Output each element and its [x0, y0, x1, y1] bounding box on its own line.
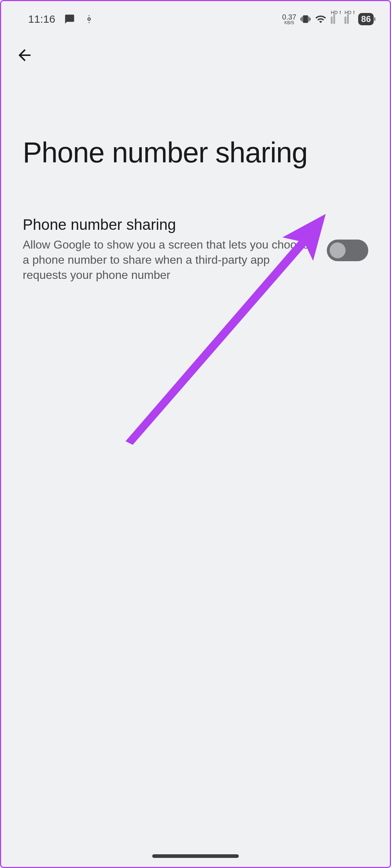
status-bar: 11:16 0.37 KB/S HD ! HD ! 86 — [1, 1, 390, 30]
navigation-bar[interactable] — [152, 854, 239, 858]
status-bar-left: 11:16 — [28, 13, 94, 25]
status-bar-right: 0.37 KB/S HD ! HD ! 86 — [282, 13, 374, 25]
setting-description: Allow Google to show you a screen that l… — [23, 237, 316, 283]
back-button-container — [1, 30, 390, 66]
messages-icon — [64, 14, 75, 25]
setting-text: Phone number sharing Allow Google to sho… — [23, 216, 316, 283]
back-arrow-icon[interactable] — [16, 46, 34, 64]
status-time: 11:16 — [28, 13, 55, 25]
wifi-icon — [315, 13, 326, 25]
page-title: Phone number sharing — [1, 66, 390, 169]
setting-title: Phone number sharing — [23, 216, 316, 233]
toggle-thumb — [330, 242, 346, 258]
battery-icon: 86 — [358, 13, 374, 25]
toggle-phone-sharing[interactable] — [327, 240, 368, 261]
signal-2-icon: HD ! — [344, 15, 354, 24]
signal-1-icon: HD ! — [331, 15, 340, 24]
vibrate-icon — [300, 14, 311, 24]
network-speed: 0.37 KB/S — [282, 13, 296, 25]
setting-item-phone-sharing[interactable]: Phone number sharing Allow Google to sho… — [1, 169, 390, 283]
location-icon — [84, 14, 94, 24]
